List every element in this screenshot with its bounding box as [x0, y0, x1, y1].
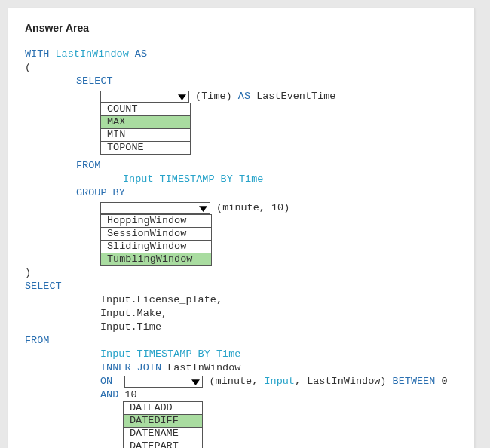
sel-col3: Input.Time: [100, 321, 161, 334]
line-on: ON (minute, Input , LastInWindow) BETWEE…: [25, 375, 461, 402]
line-inner-join: INNER JOIN LastInWindow: [25, 361, 461, 375]
kw-select2: SELECT: [25, 280, 62, 293]
line-s2: Input.Make,: [25, 307, 461, 321]
line-from2: FROM: [25, 334, 461, 348]
line-s1: Input.License_plate,: [25, 293, 461, 307]
opt-session[interactable]: SessionWindow: [101, 228, 211, 241]
kw-as: AS: [135, 48, 147, 61]
opt-datename[interactable]: DATENAME: [124, 428, 202, 440]
opt-count[interactable]: COUNT: [101, 103, 190, 116]
opt-sliding[interactable]: SlidingWindow: [101, 241, 211, 253]
alias-lasteventtime: LastEventTime: [256, 90, 335, 103]
opt-topone[interactable]: TOPONE: [101, 142, 190, 154]
date-dropdown-handle[interactable]: [124, 376, 203, 388]
func-dropdown-list-wrap: COUNT MAX MIN TOPONE: [25, 103, 461, 155]
opt-min[interactable]: MIN: [101, 129, 190, 142]
kw-with: WITH: [25, 48, 49, 61]
line-from2-body: Input TIMESTAMP BY Time: [25, 348, 461, 361]
answer-area-card: Answer Area WITH LastInWindow AS ( SELEC…: [8, 8, 475, 448]
on-arg-rest: , LastInWindow): [295, 375, 387, 388]
kw-from: FROM: [76, 159, 100, 173]
kw-inner-join: INNER JOIN: [100, 361, 161, 375]
from2-body: Input TIMESTAMP BY Time: [100, 348, 240, 361]
line-close-paren: ): [25, 266, 461, 280]
func-dropdown-handle[interactable]: [100, 91, 189, 103]
val-ten: 10: [124, 388, 136, 402]
opt-max[interactable]: MAX: [101, 116, 190, 129]
opt-datediff[interactable]: DATEDIFF: [124, 415, 202, 428]
kw-from2: FROM: [25, 334, 49, 348]
kw-and: AND: [100, 388, 118, 402]
kw-on: ON: [100, 375, 112, 388]
time-arg: (Time): [195, 90, 232, 103]
open-paren: (: [25, 61, 31, 75]
line-select2: SELECT: [25, 280, 461, 293]
line-s3: Input.Time: [25, 321, 461, 334]
window-dropdown-handle[interactable]: [100, 202, 210, 214]
kw-groupby: GROUP BY: [76, 186, 125, 200]
sel-col1: Input.License_plate,: [100, 293, 222, 307]
page-title: Answer Area: [25, 22, 461, 34]
opt-datepart[interactable]: DATEPART: [124, 440, 202, 448]
chevron-down-icon: [199, 204, 207, 213]
kw-as2: AS: [238, 90, 250, 103]
opt-hopping[interactable]: HoppingWindow: [101, 215, 211, 228]
chevron-down-icon: [178, 93, 186, 101]
func-dropdown-list[interactable]: COUNT MAX MIN TOPONE: [100, 103, 191, 155]
date-dropdown-list[interactable]: DATEADD DATEDIFF DATENAME DATEPART: [123, 401, 203, 448]
window-dropdown-list[interactable]: HoppingWindow SessionWindow SlidingWindo…: [100, 214, 212, 266]
ij-target: LastInWindow: [167, 361, 240, 375]
on-arg-input: Input: [264, 375, 295, 388]
on-arg-minute: (minute,: [210, 375, 259, 388]
kw-between: BETWEEN: [393, 375, 436, 388]
opt-dateadd[interactable]: DATEADD: [124, 402, 202, 415]
gb-args: (minute, 10): [216, 201, 289, 215]
line-open-paren: (: [25, 61, 461, 75]
line-func2: (minute, 10): [25, 201, 461, 215]
kw-select: SELECT: [76, 75, 113, 88]
line-from1: FROM: [25, 159, 461, 173]
sel-col2: Input.Make,: [100, 307, 167, 321]
close-paren: ): [25, 266, 31, 280]
chevron-down-icon: [191, 378, 200, 386]
window-dropdown-list-wrap: HoppingWindow SessionWindow SlidingWindo…: [25, 214, 461, 266]
line-func1: (Time) AS LastEventTime: [25, 90, 461, 103]
val-zero: 0: [441, 375, 447, 388]
sql-code: WITH LastInWindow AS ( SELECT (Time) AS …: [25, 48, 461, 448]
from-body: Input TIMESTAMP BY Time: [123, 173, 263, 186]
cte-name: LastInWindow: [56, 48, 129, 61]
line-select1: SELECT: [25, 75, 461, 88]
date-dropdown-list-wrap: DATEADD DATEDIFF DATENAME DATEPART: [25, 401, 461, 448]
line-from1-body: Input TIMESTAMP BY Time: [25, 173, 461, 186]
opt-tumbling[interactable]: TumblingWindow: [101, 253, 211, 265]
line-with: WITH LastInWindow AS: [25, 48, 461, 61]
line-groupby: GROUP BY: [25, 186, 461, 200]
